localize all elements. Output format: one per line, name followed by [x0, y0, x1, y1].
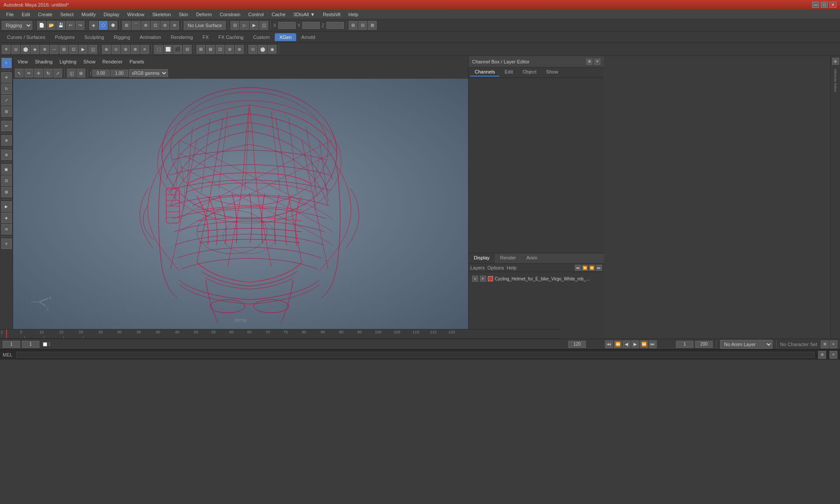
snap-point-button[interactable]: ⊕	[141, 21, 150, 30]
layout-1[interactable]: ▣	[1, 164, 12, 175]
le-tab-render[interactable]: Render	[495, 253, 521, 263]
menu-select[interactable]: Select	[57, 11, 77, 18]
layer-vis-p[interactable]: P	[480, 276, 486, 282]
scale-tool[interactable]: ⤢	[1, 95, 12, 105]
maximize-button[interactable]: □	[821, 2, 828, 8]
le-next-btn[interactable]: ⏩	[589, 265, 595, 271]
sub-tb-btn-18[interactable]: ⬛	[173, 45, 182, 54]
tab-rendering[interactable]: Rendering	[166, 33, 197, 41]
layout-button-3[interactable]: ⊠	[368, 21, 377, 30]
layer-row-helmet[interactable]: V P Cycling_Helmet_for_E_bike_Virgo_Whit…	[470, 274, 602, 284]
layer-vis-v[interactable]: V	[472, 276, 478, 282]
snap-view-button[interactable]: ⊡	[151, 21, 160, 30]
channel-box-btn[interactable]: ≡	[1, 238, 12, 249]
z-input[interactable]	[326, 22, 344, 29]
vp-rotate-mode[interactable]: ↻	[44, 69, 52, 77]
status-btn-2[interactable]: ≡	[830, 351, 837, 359]
sub-tb-btn-14[interactable]: ⊗	[131, 45, 140, 54]
open-file-button[interactable]: 📂	[47, 21, 56, 30]
skip-to-start-button[interactable]: ⏮	[605, 340, 613, 348]
sub-tb-btn-23[interactable]: ⊛	[225, 45, 234, 54]
vp-num-field-1[interactable]	[92, 70, 110, 77]
sub-tb-btn-24[interactable]: ⊕	[235, 45, 244, 54]
sub-tb-btn-4[interactable]: ◈	[31, 45, 39, 54]
menu-constrain[interactable]: Constrain	[216, 11, 244, 18]
frame-checkbox[interactable]	[43, 342, 47, 346]
transform-tool[interactable]: ⊞	[1, 106, 12, 117]
y-input[interactable]	[302, 22, 320, 29]
sub-tb-btn-15[interactable]: ≡	[140, 45, 149, 54]
show-manip[interactable]: ⊗	[1, 150, 12, 160]
snapshot-button[interactable]: ◫	[259, 21, 268, 30]
char-set-btn-2[interactable]: ≡	[830, 340, 837, 348]
snap-tangent-button[interactable]: ≋	[170, 21, 179, 30]
menu-file[interactable]: File	[3, 11, 18, 18]
menu-edit[interactable]: Edit	[18, 11, 34, 18]
ae-options-btn[interactable]: ⊞	[832, 58, 839, 65]
snap-live-button[interactable]: ⊚	[161, 21, 169, 30]
sub-tb-btn-13[interactable]: ⊛	[121, 45, 130, 54]
le-prev-prev-btn[interactable]: ⏮	[575, 265, 581, 271]
select-tool-button[interactable]: ◈	[89, 21, 98, 30]
tab-rigging[interactable]: Rigging	[109, 33, 134, 41]
render-button[interactable]: ▷	[240, 21, 249, 30]
sub-tb-btn-9[interactable]: ▶	[79, 45, 88, 54]
menu-redshift[interactable]: Redshift	[319, 11, 344, 18]
render-settings-button[interactable]: ⊟	[231, 21, 239, 30]
le-next-next-btn[interactable]: ⏭	[596, 265, 602, 271]
sub-tb-btn-16[interactable]: ⬚	[154, 45, 163, 54]
sub-tb-btn-12[interactable]: ⊙	[112, 45, 120, 54]
le-subtab-layers[interactable]: Layers	[470, 265, 485, 270]
sub-tb-btn-11[interactable]: ⊕	[102, 45, 111, 54]
redo-button[interactable]: ↪	[76, 21, 84, 30]
menu-window[interactable]: Window	[124, 11, 148, 18]
snap-grid-button[interactable]: ⊞	[122, 21, 131, 30]
select-tool[interactable]: ↖	[1, 58, 12, 68]
char-set-btn-1[interactable]: ⊞	[821, 340, 829, 348]
tab-sculpting[interactable]: Sculpting	[80, 33, 108, 41]
ipr-button[interactable]: ▶	[250, 21, 259, 30]
sub-tb-btn-25[interactable]: ⊙	[248, 45, 257, 54]
vp-menu-shading[interactable]: Shading	[33, 58, 54, 65]
cb-tab-edit[interactable]: Edit	[500, 68, 517, 77]
paint-tool[interactable]: ✏	[1, 121, 12, 131]
cb-tab-channels[interactable]: Channels	[470, 68, 499, 77]
sub-tb-btn-19[interactable]: ⊟	[183, 45, 192, 54]
vp-select-mode[interactable]: ↖	[15, 69, 24, 77]
sub-tb-btn-1[interactable]: ✕	[2, 45, 10, 54]
timeline[interactable]: 1 5 10 15 20 25 30 35 40 45 50 55 60 65 …	[0, 329, 560, 339]
undo-button[interactable]: ↩	[66, 21, 75, 30]
rotate-tool[interactable]: ↻	[1, 84, 12, 94]
rigging-dropdown[interactable]: Rigging	[2, 21, 32, 30]
anim-layer-dropdown[interactable]: No Anim Layer	[720, 340, 773, 349]
le-tab-display[interactable]: Display	[469, 253, 495, 263]
paint-tool-button[interactable]: ⬢	[108, 21, 117, 30]
tab-curves-surfaces[interactable]: Curves / Surfaces	[3, 33, 49, 41]
vp-menu-view[interactable]: View	[16, 58, 30, 65]
menu-display[interactable]: Display	[100, 11, 123, 18]
vp-scale-mode[interactable]: ⤢	[53, 69, 62, 77]
sub-tb-btn-26[interactable]: ⬤	[258, 45, 267, 54]
sub-tb-btn-3[interactable]: ⬤	[21, 45, 30, 54]
vp-menu-lighting[interactable]: Lighting	[58, 58, 78, 65]
le-subtab-help[interactable]: Help	[507, 265, 517, 270]
move-tool[interactable]: ✛	[1, 72, 12, 83]
snap-curve-button[interactable]: ⌒	[132, 21, 140, 30]
cb-float-btn[interactable]: ⊞	[586, 59, 592, 65]
vp-menu-renderer[interactable]: Renderer	[101, 58, 124, 65]
sculpt-tool[interactable]: ⊕	[1, 135, 12, 146]
current-frame-input[interactable]	[22, 341, 39, 348]
hyper-shade[interactable]: ◈	[1, 213, 12, 223]
lasso-tool-button[interactable]: ⬡	[99, 21, 108, 30]
sub-tb-btn-27[interactable]: ◉	[268, 45, 276, 54]
sub-tb-btn-5[interactable]: ⊕	[40, 45, 49, 54]
menu-create[interactable]: Create	[35, 11, 56, 18]
start-frame-input[interactable]	[3, 341, 20, 348]
vp-num-field-2[interactable]	[111, 70, 128, 77]
sub-tb-btn-8[interactable]: ⊡	[69, 45, 78, 54]
menu-help[interactable]: Help	[345, 11, 362, 18]
menu-skin[interactable]: Skin	[175, 11, 192, 18]
vp-move-mode[interactable]: ✛	[34, 69, 43, 77]
vp-colorspace-dropdown[interactable]: sRGB gamma	[129, 69, 168, 77]
range-start-input[interactable]	[676, 341, 693, 348]
